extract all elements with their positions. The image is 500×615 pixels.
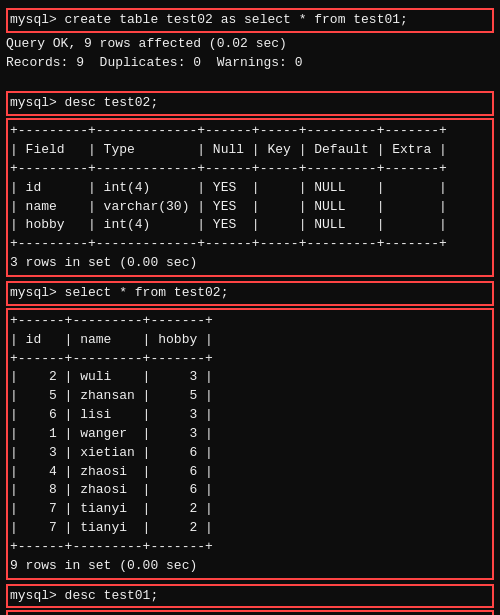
sel02-row-1: | 2 | wuli | 3 | bbox=[10, 368, 490, 387]
desc02-row-1: | id | int(4) | YES | | NULL | | bbox=[10, 179, 490, 198]
desc-test02-cmd: mysql> desc test02; bbox=[6, 91, 494, 116]
desc-test02-table: +---------+-------------+------+-----+--… bbox=[6, 118, 494, 277]
sel02-row-8: | 7 | tianyi | 2 | bbox=[10, 500, 490, 519]
terminal: mysql> create table test02 as select * f… bbox=[6, 8, 494, 615]
sel02-row-9: | 7 | tianyi | 2 | bbox=[10, 519, 490, 538]
sel02-sep3: +------+---------+-------+ bbox=[10, 538, 490, 557]
select-test02-table: +------+---------+-------+ | id | name |… bbox=[6, 308, 494, 580]
desc02-sep1: +---------+-------------+------+-----+--… bbox=[10, 122, 490, 141]
sel02-sep2: +------+---------+-------+ bbox=[10, 350, 490, 369]
sel02-sep1: +------+---------+-------+ bbox=[10, 312, 490, 331]
sel02-header: | id | name | hobby | bbox=[10, 331, 490, 350]
create-table-cmd: mysql> create table test02 as select * f… bbox=[6, 8, 494, 33]
desc02-sep2: +---------+-------------+------+-----+--… bbox=[10, 160, 490, 179]
desc02-sep3: +---------+-------------+------+-----+--… bbox=[10, 235, 490, 254]
spacer-1 bbox=[6, 73, 494, 92]
sel02-row-5: | 3 | xietian | 6 | bbox=[10, 444, 490, 463]
desc-test01-cmd: mysql> desc test01; bbox=[6, 584, 494, 609]
desc02-row-2: | name | varchar(30) | YES | | NULL | | bbox=[10, 198, 490, 217]
sel02-row-7: | 8 | zhaosi | 6 | bbox=[10, 481, 490, 500]
cmd-line-1: mysql> create table test02 as select * f… bbox=[10, 11, 490, 30]
select-test02-cmd: mysql> select * from test02; bbox=[6, 281, 494, 306]
cmd-line-2: mysql> desc test02; bbox=[10, 94, 490, 113]
desc-test01-table: +---------+-------------+------+-----+--… bbox=[6, 610, 494, 615]
desc02-header: | Field | Type | Null | Key | Default | … bbox=[10, 141, 490, 160]
result-line-1: Query OK, 9 rows affected (0.02 sec) bbox=[6, 35, 494, 54]
sel02-footer: 9 rows in set (0.00 sec) bbox=[10, 557, 490, 576]
result-line-2: Records: 9 Duplicates: 0 Warnings: 0 bbox=[6, 54, 494, 73]
cmd-line-4: mysql> desc test01; bbox=[10, 587, 490, 606]
sel02-row-6: | 4 | zhaosi | 6 | bbox=[10, 463, 490, 482]
sel02-row-3: | 6 | lisi | 3 | bbox=[10, 406, 490, 425]
desc02-footer: 3 rows in set (0.00 sec) bbox=[10, 254, 490, 273]
sel02-row-4: | 1 | wanger | 3 | bbox=[10, 425, 490, 444]
desc02-row-3: | hobby | int(4) | YES | | NULL | | bbox=[10, 216, 490, 235]
cmd-line-3: mysql> select * from test02; bbox=[10, 284, 490, 303]
sel02-row-2: | 5 | zhansan | 5 | bbox=[10, 387, 490, 406]
